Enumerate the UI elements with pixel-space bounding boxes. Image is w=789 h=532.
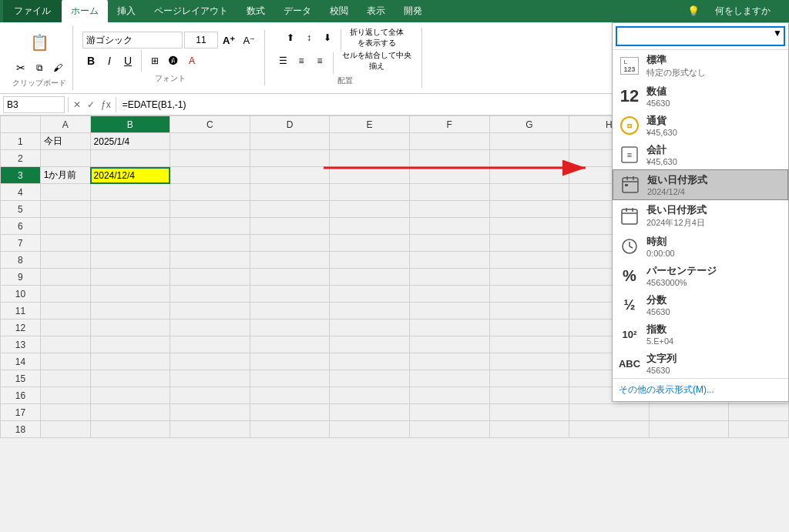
cell-A11[interactable] (40, 303, 90, 320)
cell-C16[interactable] (170, 387, 250, 404)
cell-F9[interactable] (409, 269, 489, 286)
cell-C17[interactable] (170, 404, 250, 421)
align-center-button[interactable]: ≡ (293, 52, 310, 69)
cell-D13[interactable] (250, 336, 330, 353)
cell-G3[interactable] (489, 167, 569, 184)
cell-D11[interactable] (250, 303, 330, 320)
font-color-button[interactable]: A (183, 52, 200, 69)
format-dropdown-expand-button[interactable]: ▼ (773, 28, 782, 38)
cell-D18[interactable] (250, 421, 330, 438)
cell-A14[interactable] (40, 353, 90, 370)
cell-H17[interactable] (569, 404, 650, 421)
cell-A8[interactable] (40, 252, 90, 269)
cell-E17[interactable] (330, 404, 410, 421)
cell-G17[interactable] (489, 404, 569, 421)
cell-I17[interactable] (649, 404, 729, 421)
cell-E15[interactable] (330, 370, 410, 387)
tab-view[interactable]: 表示 (358, 0, 394, 22)
align-right-button[interactable]: ≡ (311, 52, 328, 69)
name-box[interactable]: B3 (3, 96, 65, 113)
tab-formula[interactable]: 数式 (237, 0, 274, 22)
cell-F14[interactable] (409, 353, 489, 370)
cell-B9[interactable] (90, 269, 170, 286)
cell-F10[interactable] (409, 286, 489, 303)
format-item-standard[interactable]: L 123 標準 特定の形式なし (613, 50, 788, 82)
italic-button[interactable]: I (101, 52, 118, 69)
cell-C13[interactable] (170, 336, 250, 353)
cell-F13[interactable] (409, 336, 489, 353)
format-item-percent[interactable]: % パーセンテージ 4563000% (613, 261, 788, 290)
cell-G11[interactable] (489, 303, 569, 320)
wrap-text-button[interactable]: 折り返して全体を表示する (346, 29, 408, 46)
cell-E14[interactable] (330, 353, 410, 370)
cell-E11[interactable] (330, 303, 410, 320)
format-item-scientific[interactable]: 10² 指数 5.E+04 (613, 320, 788, 349)
cell-M18[interactable] (729, 421, 789, 438)
format-item-currency[interactable]: ¤ 通貨 ¥45,630 (613, 111, 788, 140)
align-middle-button[interactable]: ↕ (300, 29, 317, 46)
more-formats-link[interactable]: その他の表示形式(M)... (613, 378, 788, 401)
cell-D6[interactable] (250, 218, 330, 235)
merge-center-button[interactable]: セルを結合して中央揃え (338, 52, 415, 69)
cell-A9[interactable] (40, 269, 90, 286)
cell-D2[interactable] (250, 150, 330, 167)
tab-file[interactable]: ファイル (3, 0, 62, 22)
cell-B17[interactable] (90, 404, 170, 421)
tab-page-layout[interactable]: ページレイアウト (145, 0, 237, 22)
underline-button[interactable]: U (119, 52, 136, 69)
cell-C7[interactable] (170, 235, 250, 252)
cell-A7[interactable] (40, 235, 90, 252)
cell-E12[interactable] (330, 320, 410, 336)
cell-A3[interactable]: 1か月前 (40, 167, 90, 184)
cell-D15[interactable] (250, 370, 330, 387)
tab-review[interactable]: 校閲 (321, 0, 358, 22)
cell-E7[interactable] (330, 235, 410, 252)
font-size-input[interactable] (184, 32, 218, 49)
cell-G7[interactable] (489, 235, 569, 252)
cell-F12[interactable] (409, 320, 489, 336)
tab-insert[interactable]: 挿入 (108, 0, 145, 22)
cell-A5[interactable] (40, 201, 90, 218)
cell-A1[interactable]: 今日 (40, 133, 90, 150)
cell-D14[interactable] (250, 353, 330, 370)
cell-F15[interactable] (409, 370, 489, 387)
cell-F8[interactable] (409, 252, 489, 269)
fill-color-button[interactable]: 🅐 (165, 52, 182, 69)
cell-G15[interactable] (489, 370, 569, 387)
cancel-formula-icon[interactable]: ✕ (72, 99, 82, 110)
cell-H18[interactable] (569, 421, 650, 438)
format-search-input[interactable] (616, 26, 785, 46)
decrease-font-button[interactable]: A⁻ (240, 32, 258, 49)
cell-A10[interactable] (40, 286, 90, 303)
cell-C15[interactable] (170, 370, 250, 387)
cell-A12[interactable] (40, 320, 90, 336)
cell-G10[interactable] (489, 286, 569, 303)
cell-A6[interactable] (40, 218, 90, 235)
cell-C2[interactable] (170, 150, 250, 167)
border-button[interactable]: ⊞ (146, 52, 163, 69)
cell-E2[interactable] (330, 150, 410, 167)
font-name-input[interactable] (82, 32, 183, 49)
cell-D9[interactable] (250, 269, 330, 286)
cell-F4[interactable] (409, 184, 489, 201)
cell-C5[interactable] (170, 201, 250, 218)
col-header-f[interactable]: F (409, 116, 489, 133)
tab-dev[interactable]: 開発 (394, 0, 431, 22)
cell-A4[interactable] (40, 184, 90, 201)
cell-C1[interactable] (170, 133, 250, 150)
cell-D17[interactable] (250, 404, 330, 421)
cell-G5[interactable] (489, 201, 569, 218)
align-top-button[interactable]: ⬆ (282, 29, 299, 46)
cell-G12[interactable] (489, 320, 569, 336)
cell-E16[interactable] (330, 387, 410, 404)
cell-A15[interactable] (40, 370, 90, 387)
cell-A13[interactable] (40, 336, 90, 353)
cell-D8[interactable] (250, 252, 330, 269)
cell-F3[interactable] (409, 167, 489, 184)
cell-C14[interactable] (170, 353, 250, 370)
cell-D5[interactable] (250, 201, 330, 218)
cell-D10[interactable] (250, 286, 330, 303)
cell-C12[interactable] (170, 320, 250, 336)
cell-F7[interactable] (409, 235, 489, 252)
cell-G1[interactable] (489, 133, 569, 150)
